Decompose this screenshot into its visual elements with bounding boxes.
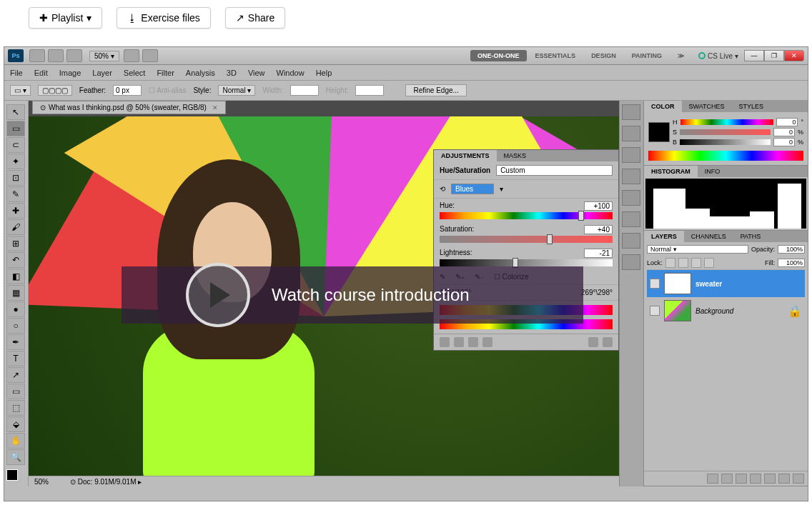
mask-icon[interactable] — [736, 474, 747, 484]
fx-icon[interactable] — [721, 474, 733, 484]
menu-file[interactable]: File — [10, 69, 23, 77]
workspace-more-icon[interactable]: ≫ — [670, 50, 691, 61]
paragraph-panel-icon[interactable] — [622, 211, 640, 227]
zoom-tool[interactable]: 🔍 — [6, 449, 25, 465]
marquee-tool-preset[interactable]: ▭ ▾ — [10, 85, 31, 96]
s-slider[interactable] — [680, 129, 771, 135]
eyedropper-tool[interactable]: ✎ — [6, 186, 25, 202]
menu-3d[interactable]: 3D — [227, 69, 237, 77]
reset-icon[interactable] — [588, 337, 598, 347]
eye-icon[interactable] — [482, 337, 492, 347]
new-layer-icon[interactable] — [778, 474, 790, 484]
tab-channels[interactable]: CHANNELS — [684, 231, 733, 242]
foreground-swatch[interactable] — [6, 469, 18, 481]
fill-input[interactable] — [778, 259, 805, 267]
lightness-input[interactable] — [584, 249, 613, 258]
layer-background[interactable]: Background 🔒 — [647, 297, 805, 324]
blend-mode-select[interactable]: Normal ▾ — [647, 245, 748, 254]
lock-position-icon[interactable] — [691, 258, 701, 268]
layer-thumb-adjustment[interactable] — [664, 273, 691, 294]
close-tab-icon[interactable]: ✕ — [212, 104, 218, 111]
trash-icon[interactable] — [603, 337, 613, 347]
navigator-panel-icon[interactable] — [622, 233, 640, 249]
menu-window[interactable]: Window — [277, 69, 304, 77]
tab-styles[interactable]: STYLES — [732, 101, 771, 112]
hue-input[interactable] — [584, 201, 613, 211]
style-select[interactable]: Normal ▾ — [218, 85, 255, 96]
view-icon[interactable] — [454, 337, 464, 347]
menu-select[interactable]: Select — [124, 69, 146, 77]
layer-sweater[interactable]: sweater — [647, 270, 805, 297]
playlist-button[interactable]: ✚ Playlist ▾ — [29, 7, 102, 29]
cs-live-button[interactable]: CS Live ▾ — [698, 52, 738, 60]
healing-tool[interactable]: ✚ — [6, 203, 25, 219]
play-button[interactable] — [186, 263, 250, 327]
workspace-painting[interactable]: PAINTING — [625, 50, 669, 61]
selection-mode-icons[interactable]: ▢▢▢▢ — [38, 85, 72, 96]
camera-tool[interactable]: ⬙ — [6, 416, 25, 432]
history-panel-icon[interactable] — [622, 147, 640, 163]
visibility-icon[interactable] — [650, 279, 660, 289]
video-overlay[interactable]: Watch course introduction — [122, 266, 583, 324]
tab-swatches[interactable]: SWATCHES — [682, 101, 732, 112]
layer-thumb-background[interactable] — [664, 300, 691, 321]
character-panel-icon[interactable] — [622, 190, 640, 206]
feather-input[interactable] — [113, 85, 142, 96]
arrange-icon[interactable] — [124, 49, 139, 62]
3d-tool[interactable]: ⬚ — [6, 400, 25, 416]
move-tool[interactable]: ↖ — [6, 104, 25, 120]
tab-adjustments[interactable]: ADJUSTMENTS — [434, 150, 497, 161]
minimize-button[interactable]: — — [744, 50, 764, 61]
b-slider[interactable] — [680, 139, 771, 145]
targeted-icon[interactable]: ⟲ — [440, 185, 445, 193]
tab-histogram[interactable]: HISTOGRAM — [644, 166, 698, 177]
menu-filter[interactable]: Filter — [157, 69, 174, 77]
crop-tool[interactable]: ⊡ — [6, 170, 25, 186]
history-brush-tool[interactable]: ↶ — [6, 252, 25, 268]
delete-layer-icon[interactable] — [793, 474, 804, 484]
opacity-input[interactable] — [778, 245, 805, 254]
tools-preset-icon[interactable] — [622, 254, 640, 270]
exercise-files-button[interactable]: ⭳ Exercise files — [117, 7, 210, 29]
shape-tool[interactable]: ▭ — [6, 384, 25, 399]
close-button[interactable]: ✕ — [784, 50, 804, 61]
tab-color[interactable]: COLOR — [644, 101, 682, 112]
group-icon[interactable] — [764, 474, 776, 484]
lightness-slider[interactable] — [440, 259, 613, 266]
actions-panel-icon[interactable] — [622, 169, 640, 184]
blur-tool[interactable]: ● — [6, 301, 25, 317]
document-tab[interactable]: ⊙ What was I thinking.psd @ 50% (sweater… — [32, 101, 226, 114]
tab-layers[interactable]: LAYERS — [644, 231, 684, 242]
zoom-select[interactable]: 50% ▾ — [89, 51, 119, 61]
canvas[interactable]: ADJUSTMENTS MASKS Hue/Saturation Custom … — [29, 116, 619, 476]
tab-info[interactable]: INFO — [698, 166, 728, 177]
refine-edge-button[interactable]: Refine Edge... — [405, 84, 466, 96]
type-tool[interactable]: T — [6, 351, 25, 366]
path-tool[interactable]: ↗ — [6, 367, 25, 383]
tab-paths[interactable]: PATHS — [733, 231, 768, 242]
channel-select[interactable]: Blues — [451, 184, 494, 194]
view-extras-icon[interactable] — [66, 49, 82, 62]
lock-transparency-icon[interactable] — [665, 258, 675, 268]
h-slider[interactable] — [680, 119, 774, 125]
bridge-icon[interactable] — [29, 49, 45, 62]
back-icon[interactable] — [440, 337, 450, 347]
s-input[interactable] — [773, 128, 795, 136]
minibridge-panel-icon[interactable] — [622, 104, 640, 120]
saturation-slider[interactable] — [440, 236, 613, 243]
menu-layer[interactable]: Layer — [92, 69, 112, 77]
lock-all-icon[interactable] — [704, 258, 714, 268]
preset-select[interactable]: Custom — [496, 165, 613, 176]
wand-tool[interactable]: ✦ — [6, 154, 25, 169]
menu-image[interactable]: Image — [59, 69, 81, 77]
color-foreground-box[interactable] — [648, 122, 670, 142]
menu-help[interactable]: Help — [316, 69, 332, 77]
maximize-button[interactable]: ❐ — [764, 50, 784, 61]
screenmode-icon[interactable] — [142, 49, 158, 62]
color-ramp[interactable] — [648, 151, 803, 161]
stamp-tool[interactable]: ⊞ — [6, 236, 25, 251]
workspace-essentials[interactable]: ESSENTIALS — [528, 50, 583, 61]
eraser-tool[interactable]: ◧ — [6, 269, 25, 284]
workspace-one-on-one[interactable]: ONE-ON-ONE — [470, 50, 527, 61]
clip-icon[interactable] — [468, 337, 478, 347]
